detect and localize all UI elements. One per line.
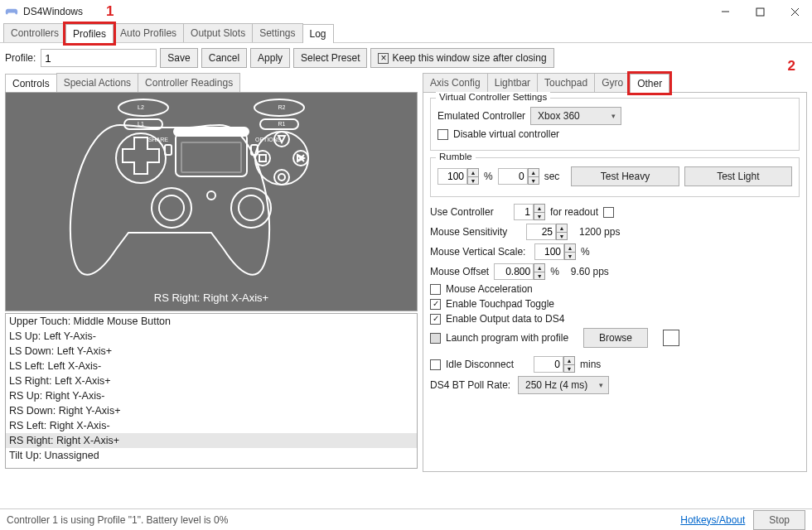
svg-text:L2: L2 bbox=[138, 104, 144, 110]
tab-log[interactable]: Log bbox=[302, 24, 334, 43]
test-heavy-button[interactable]: Test Heavy bbox=[571, 166, 679, 186]
list-item[interactable]: RS Right: Right X-Axis+ bbox=[6, 433, 417, 448]
svg-point-16 bbox=[159, 195, 184, 220]
spinner[interactable]: ▲▼ bbox=[564, 243, 576, 260]
app-logo-icon bbox=[5, 5, 18, 18]
stop-button[interactable]: Stop bbox=[753, 510, 805, 530]
main-tabstrip: Controllers Profiles Auto Profiles Outpu… bbox=[0, 23, 812, 43]
svg-point-9 bbox=[274, 170, 289, 185]
disable-vc-checkbox[interactable] bbox=[437, 129, 448, 140]
launch-program-checkbox[interactable] bbox=[430, 333, 441, 344]
moffset-label: Mouse Offset bbox=[430, 266, 489, 277]
subtab-controller-readings[interactable]: Controller Readings bbox=[138, 73, 240, 92]
use-controller-input[interactable] bbox=[514, 204, 534, 220]
output-ds4-checkbox[interactable]: ✓ bbox=[430, 314, 441, 325]
svg-rect-30 bbox=[182, 143, 240, 171]
spinner[interactable]: ▲▼ bbox=[534, 204, 545, 220]
moffset-input[interactable] bbox=[494, 263, 534, 280]
tab-settings[interactable]: Settings bbox=[252, 23, 302, 42]
list-item[interactable]: Upper Touch: Middle Mouse Button bbox=[6, 314, 417, 329]
poll-rate-select[interactable]: 250 Hz (4 ms) bbox=[518, 376, 609, 394]
test-light-button[interactable]: Test Light bbox=[684, 166, 792, 186]
list-item[interactable]: LS Down: Left Y-Axis+ bbox=[6, 344, 417, 359]
svg-point-21 bbox=[207, 191, 215, 200]
apply-button[interactable]: Apply bbox=[250, 48, 290, 68]
profile-name-input[interactable] bbox=[41, 49, 157, 67]
rumble-pct-input[interactable] bbox=[437, 168, 467, 185]
list-item[interactable]: LS Up: Left Y-Axis- bbox=[6, 329, 417, 344]
svg-point-18 bbox=[239, 195, 263, 220]
idle-mins-input[interactable] bbox=[534, 356, 563, 373]
subtab-gyro[interactable]: Gyro bbox=[594, 73, 631, 92]
vscale-label: Mouse Vertical Scale: bbox=[430, 246, 529, 258]
svg-text:R1: R1 bbox=[278, 121, 286, 127]
rumble-legend: Rumble bbox=[436, 152, 476, 161]
window-title: DS4Windows bbox=[23, 6, 708, 17]
keep-window-size-button[interactable]: Keep this window size after closing bbox=[370, 48, 553, 68]
list-item[interactable]: RS Left: Right X-Axis- bbox=[6, 418, 417, 433]
subtab-controls[interactable]: Controls bbox=[5, 74, 57, 93]
minimize-button[interactable] bbox=[708, 0, 742, 23]
list-item[interactable]: RS Up: Right Y-Axis- bbox=[6, 388, 417, 403]
cross-icon bbox=[378, 53, 389, 64]
list-item[interactable]: RS Down: Right Y-Axis+ bbox=[6, 403, 417, 418]
svg-rect-12 bbox=[259, 155, 266, 161]
list-item[interactable]: LS Right: Left X-Axis+ bbox=[6, 373, 417, 388]
spinner[interactable]: ▲▼ bbox=[556, 224, 568, 240]
svg-rect-0 bbox=[756, 8, 764, 16]
svg-rect-6 bbox=[174, 128, 249, 136]
controller-diagram[interactable]: L2 R2 L1 R1 SHARE OPTIONS bbox=[5, 92, 418, 311]
spinner[interactable]: ▲▼ bbox=[467, 168, 479, 185]
use-controller-label: Use Controller bbox=[430, 206, 509, 218]
maximize-button[interactable] bbox=[742, 0, 777, 23]
subtab-other[interactable]: Other bbox=[630, 74, 669, 93]
svg-text:L1: L1 bbox=[138, 121, 144, 127]
poll-rate-label: DS4 BT Poll Rate: bbox=[430, 379, 513, 391]
mouse-accel-checkbox[interactable] bbox=[430, 284, 441, 295]
emulated-controller-select[interactable]: Xbox 360 bbox=[530, 107, 621, 125]
spinner[interactable]: ▲▼ bbox=[528, 168, 539, 185]
tab-profiles[interactable]: Profiles bbox=[65, 24, 114, 43]
vcs-legend: Virtual Controller Settings bbox=[436, 92, 550, 102]
for-readout-checkbox[interactable] bbox=[603, 207, 614, 218]
emulated-controller-label: Emulated Controller bbox=[437, 110, 525, 122]
disable-vc-label: Disable virtual controller bbox=[453, 128, 559, 140]
tab-auto-profiles[interactable]: Auto Profiles bbox=[113, 23, 184, 42]
subtab-special-actions[interactable]: Special Actions bbox=[56, 73, 138, 92]
svg-text:SHARE: SHARE bbox=[148, 137, 168, 142]
annotation-1: 1 bbox=[106, 3, 114, 20]
mouse-sens-pps: 1200 pps bbox=[579, 226, 620, 238]
mapping-caption: RS Right: Right X-Axis+ bbox=[154, 292, 268, 304]
moffset-pps: 9.60 pps bbox=[571, 266, 609, 277]
svg-text:OPTIONS: OPTIONS bbox=[255, 137, 282, 142]
subtab-touchpad[interactable]: Touchpad bbox=[537, 73, 595, 92]
subtab-axis-config[interactable]: Axis Config bbox=[423, 73, 488, 92]
rumble-sec-input[interactable] bbox=[498, 168, 528, 185]
hotkeys-about-link[interactable]: Hotkeys/About bbox=[680, 514, 745, 526]
subtab-lightbar[interactable]: Lightbar bbox=[487, 73, 538, 92]
list-item[interactable]: LS Left: Left X-Axis- bbox=[6, 359, 417, 373]
launch-program-extra-box[interactable] bbox=[663, 330, 679, 346]
touchpad-toggle-checkbox[interactable]: ✓ bbox=[430, 299, 441, 310]
annotation-2: 2 bbox=[788, 58, 795, 75]
mappings-listbox[interactable]: Upper Touch: Middle Mouse Button LS Up: … bbox=[5, 313, 418, 469]
save-button[interactable]: Save bbox=[160, 48, 197, 68]
status-text: Controller 1 is using Profile "1". Batte… bbox=[7, 514, 228, 526]
cancel-button[interactable]: Cancel bbox=[201, 48, 247, 68]
spinner[interactable]: ▲▼ bbox=[534, 263, 545, 280]
close-button[interactable] bbox=[777, 0, 812, 23]
tab-output-slots[interactable]: Output Slots bbox=[183, 23, 253, 42]
list-item[interactable]: Tilt Up: Unassigned bbox=[6, 448, 417, 463]
svg-text:R2: R2 bbox=[278, 104, 286, 110]
vscale-input[interactable] bbox=[534, 243, 564, 260]
tab-controllers[interactable]: Controllers bbox=[3, 23, 66, 42]
spinner[interactable]: ▲▼ bbox=[563, 356, 575, 373]
svg-point-13 bbox=[278, 174, 285, 181]
profile-label: Profile: bbox=[5, 52, 36, 64]
mouse-sens-input[interactable] bbox=[526, 224, 556, 240]
browse-button[interactable]: Browse bbox=[583, 328, 648, 348]
select-preset-button[interactable]: Select Preset bbox=[293, 48, 367, 68]
mouse-sens-label: Mouse Sensitivity bbox=[430, 226, 521, 238]
idle-disconnect-checkbox[interactable] bbox=[430, 359, 441, 370]
